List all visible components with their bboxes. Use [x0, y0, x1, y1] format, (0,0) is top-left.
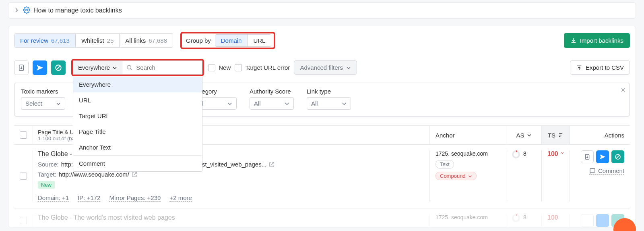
scope-option-url[interactable]: URL — [73, 92, 202, 108]
group-by-url[interactable]: URL — [248, 35, 271, 46]
disavow-button[interactable] — [51, 60, 66, 75]
svg-point-0 — [26, 9, 28, 11]
search-scope-dropdown[interactable]: Everywhere — [73, 60, 122, 75]
select-all-checkbox[interactable] — [20, 131, 27, 139]
search-scope-menu: Everywhere URL Target URL Page Title Anc… — [73, 77, 202, 172]
scope-option-target-url[interactable]: Target URL — [73, 108, 202, 124]
ts-value: 100 — [547, 150, 558, 158]
authority-score-select[interactable]: All — [250, 97, 294, 110]
anchor-type-pill: Text — [436, 160, 454, 169]
sort-desc-icon — [558, 132, 564, 138]
tab-count: 67,613 — [51, 37, 70, 44]
target-label: Target: — [38, 171, 56, 178]
tab-label: Whitelist — [81, 37, 104, 44]
paper-plane-icon — [36, 64, 43, 71]
link-type-select[interactable]: All — [307, 97, 351, 110]
scope-option-comment[interactable]: Comment — [73, 156, 202, 171]
send-button[interactable] — [33, 60, 47, 75]
chevron-down-icon — [346, 65, 351, 70]
svg-line-11 — [616, 155, 619, 158]
filter-label: Link type — [307, 88, 351, 95]
group-by-label: Group by — [186, 37, 211, 44]
button-label: Import backlinks — [580, 37, 623, 44]
row-checkbox[interactable] — [20, 173, 27, 180]
toxic-markers-select[interactable]: Select — [21, 97, 65, 110]
as-donut-icon — [512, 150, 520, 158]
no-icon — [55, 64, 62, 71]
select-value: All — [254, 100, 261, 107]
row-disavow-button[interactable] — [611, 150, 624, 163]
scope-option-everywhere[interactable]: Everywhere — [73, 77, 202, 92]
tab-count: 67,688 — [149, 37, 167, 44]
button-label: Export to CSV — [586, 64, 624, 71]
row-export-button[interactable] — [581, 214, 594, 227]
advanced-filters-button[interactable]: Advanced filters — [294, 60, 357, 75]
accordion-title: How to manage toxic backlinks — [33, 7, 122, 14]
download-icon — [570, 37, 577, 44]
svg-line-5 — [130, 69, 132, 70]
group-by-highlight: Group by Domain URL — [180, 32, 275, 49]
table-row: The Globe - The world's most visited web… — [14, 208, 630, 227]
no-icon — [615, 154, 621, 160]
external-link-icon[interactable] — [269, 162, 275, 167]
ts-value-expand[interactable]: 100 — [541, 150, 570, 202]
filter-target-url-error[interactable]: Target URL error — [235, 64, 290, 71]
tab-all-links[interactable]: All links 67,688 — [120, 34, 173, 47]
svg-line-3 — [56, 65, 61, 70]
group-by-segment: Domain URL — [215, 34, 272, 47]
target-url[interactable]: http://www.seoquake.com/ — [59, 171, 129, 178]
col-anchor: Anchor — [429, 126, 506, 144]
col-as[interactable]: AS — [506, 126, 541, 144]
col-label: AS — [516, 132, 524, 139]
checkbox-icon — [235, 64, 242, 71]
external-link-icon[interactable] — [132, 172, 137, 177]
select-value: Select — [25, 100, 42, 107]
scope-option-page-title[interactable]: Page Title — [73, 124, 202, 139]
chevron-down-icon — [56, 101, 61, 106]
export-csv-button[interactable]: Export to CSV — [570, 60, 630, 75]
new-badge: New — [38, 181, 55, 189]
tab-label: All links — [125, 37, 146, 44]
anchor-text: 1725. seoquake.com — [436, 150, 488, 157]
stat-ip[interactable]: IP: +172 — [78, 194, 100, 202]
expand-how-to[interactable]: How to manage toxic backlinks — [8, 2, 636, 19]
export-list-button[interactable] — [14, 60, 29, 75]
row-send-button[interactable] — [596, 214, 609, 227]
gear-icon — [23, 6, 30, 15]
search-scope-value: Everywhere — [78, 64, 110, 71]
chevron-down-icon — [561, 150, 564, 155]
stat-mirror[interactable]: Mirror Pages: +239 — [109, 194, 161, 202]
as-value: 8 — [523, 150, 526, 157]
row-comment-link[interactable]: Comment — [589, 167, 624, 175]
group-by-domain[interactable]: Domain — [215, 35, 248, 46]
close-filters-button[interactable]: × — [621, 85, 625, 95]
filter-label: New — [219, 64, 231, 71]
search-highlight: Everywhere Everywhere URL Target URL Pag… — [71, 59, 204, 76]
as-donut-icon — [512, 214, 520, 222]
stat-domain[interactable]: Domain: +1 — [38, 194, 69, 202]
tab-whitelist[interactable]: Whitelist 25 — [76, 34, 120, 47]
comment-icon — [589, 168, 596, 174]
status-tabs: For review 67,613 Whitelist 25 All links… — [14, 33, 173, 48]
import-backlinks-button[interactable]: Import backlinks — [564, 33, 630, 48]
row-send-button[interactable] — [596, 150, 609, 163]
main-panel: For review 67,613 Whitelist 25 All links… — [8, 26, 636, 227]
tab-count: 25 — [107, 37, 114, 44]
document-arrow-icon — [18, 64, 25, 71]
chevron-down-icon — [285, 101, 289, 106]
compound-pill[interactable]: Compound — [436, 172, 477, 180]
filter-label: Authority Score — [250, 88, 294, 95]
filter-new[interactable]: New — [208, 64, 231, 71]
col-ts[interactable]: TS — [541, 126, 570, 144]
tab-for-review[interactable]: For review 67,613 — [14, 34, 76, 47]
search-input[interactable] — [136, 64, 198, 71]
row-export-button[interactable] — [581, 150, 594, 163]
row-checkbox[interactable] — [20, 217, 27, 224]
ts-value-expand[interactable]: 100 — [541, 214, 570, 227]
stat-more[interactable]: +2 more — [169, 194, 192, 202]
scope-option-anchor-text[interactable]: Anchor Text — [73, 139, 202, 155]
col-actions: Actions — [570, 126, 630, 144]
ts-value: 100 — [547, 214, 558, 221]
document-arrow-icon — [584, 154, 590, 160]
filter-label: Toxic markers — [21, 88, 65, 95]
